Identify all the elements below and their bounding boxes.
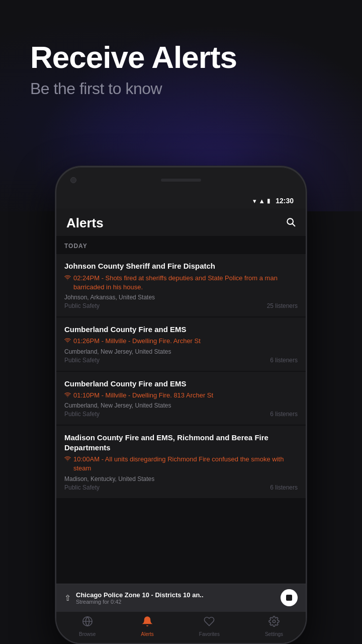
alert-listeners: 6 listeners: [270, 357, 298, 364]
phone-frame: ▾ ▲ ▮ 12:30 Alerts TODAY Johnson Count: [55, 166, 307, 644]
stop-button[interactable]: [281, 589, 298, 606]
app-screen: Alerts TODAY Johnson County Sheriff and …: [56, 208, 306, 643]
alert-station-name: Madison County Fire and EMS, Richmond an…: [64, 433, 298, 452]
alerts-container: Johnson County Sheriff and Fire Dispatch…: [56, 254, 306, 498]
status-icons: ▾ ▲ ▮: [253, 197, 270, 205]
alert-meta: Public Safety 6 listeners: [64, 484, 298, 491]
hero-subtitle: Be the first to know: [30, 79, 332, 98]
now-playing-bar[interactable]: ⇧ Chicago Police Zone 10 - Districts 10 …: [56, 584, 306, 611]
alert-station-name: Cumberland County Fire and EMS: [64, 325, 298, 335]
alert-message-row: 10:00AM - All units disregarding Richmon…: [64, 455, 298, 473]
nav-item-settings[interactable]: Settings: [265, 616, 283, 637]
alert-listeners: 25 listeners: [267, 302, 298, 309]
alert-listeners: 6 listeners: [270, 411, 298, 418]
alert-location: Cumberland, New Jersey, United States: [64, 402, 298, 409]
stop-icon: [286, 595, 292, 601]
alert-listeners: 6 listeners: [270, 484, 298, 491]
alert-item-2[interactable]: Cumberland County Fire and EMS 01:26PM -…: [56, 317, 306, 371]
alert-meta: Public Safety 6 listeners: [64, 357, 298, 364]
time-display: 12:30: [276, 197, 294, 205]
hero-title: Receive Alerts: [30, 40, 332, 74]
nav-item-favorites[interactable]: Favorites: [199, 616, 220, 637]
alert-item-4[interactable]: Madison County Fire and EMS, Richmond an…: [56, 426, 306, 498]
now-playing-title: Chicago Police Zone 10 - Districts 10 an…: [76, 591, 276, 599]
app-header: Alerts: [56, 208, 306, 236]
wifi-icon-small: [64, 455, 71, 463]
alert-message-text: 01:26PM - Millville - Dwelling Fire. Arc…: [73, 337, 201, 346]
status-bar: ▾ ▲ ▮ 12:30: [56, 193, 306, 208]
wifi-icon-small: [64, 391, 71, 399]
settings-icon: [268, 616, 280, 630]
now-playing-subtitle: Streaming for 0:42: [76, 599, 276, 605]
phone-camera: [70, 177, 76, 183]
wifi-icon-small: [64, 337, 71, 345]
alert-message-text: 02:24PM - Shots fired at sheriffs deputi…: [73, 274, 298, 292]
alert-category: Public Safety: [64, 302, 100, 309]
alert-message-row: 01:26PM - Millville - Dwelling Fire. Arc…: [64, 337, 298, 346]
alert-location: Johnson, Arkansas, United States: [64, 294, 298, 301]
favorites-label: Favorites: [199, 631, 220, 637]
alert-station-name: Cumberland County Fire and EMS: [64, 379, 298, 389]
alert-location: Madison, Kentucky, United States: [64, 475, 298, 482]
signal-icon: ▲: [258, 197, 265, 205]
app-title: Alerts: [66, 215, 104, 231]
alert-item-1[interactable]: Johnson County Sheriff and Fire Dispatch…: [56, 254, 306, 316]
nav-item-browse[interactable]: Browse: [79, 616, 96, 637]
alert-message-row: 02:24PM - Shots fired at sheriffs deputi…: [64, 274, 298, 292]
alert-meta: Public Safety 6 listeners: [64, 411, 298, 418]
search-button[interactable]: [286, 217, 296, 229]
alert-message-text: 01:10PM - Millville - Dwelling Fire. 813…: [73, 391, 213, 400]
wifi-icon-small: [64, 274, 71, 282]
alert-category: Public Safety: [64, 357, 100, 364]
svg-point-4: [273, 620, 276, 623]
alerts-list: TODAY Johnson County Sheriff and Fire Di…: [56, 236, 306, 584]
settings-label: Settings: [265, 631, 283, 637]
bottom-navigation: Browse Alerts Favorites: [56, 611, 306, 643]
alert-category: Public Safety: [64, 411, 100, 418]
section-header-today: TODAY: [56, 236, 306, 254]
battery-icon: ▮: [267, 197, 270, 204]
now-playing-info: Chicago Police Zone 10 - Districts 10 an…: [76, 591, 276, 605]
alert-location: Cumberland, New Jersey, United States: [64, 348, 298, 355]
phone-top-bar: [56, 167, 306, 193]
wifi-status-icon: ▾: [253, 197, 256, 205]
alert-item-3[interactable]: Cumberland County Fire and EMS 01:10PM -…: [56, 372, 306, 425]
nav-item-alerts[interactable]: Alerts: [141, 616, 154, 637]
section-label-today: TODAY: [64, 243, 87, 250]
browse-icon: [82, 616, 93, 630]
alerts-label: Alerts: [141, 631, 154, 637]
phone-speaker: [161, 179, 201, 182]
phone-side-button-right: [306, 237, 307, 268]
svg-line-1: [293, 224, 295, 226]
alert-category: Public Safety: [64, 484, 100, 491]
alert-meta: Public Safety 25 listeners: [64, 302, 298, 309]
alert-station-name: Johnson County Sheriff and Fire Dispatch: [64, 261, 298, 271]
alert-message-row: 01:10PM - Millville - Dwelling Fire. 813…: [64, 391, 298, 400]
alerts-icon: [142, 616, 153, 630]
chevron-up-icon[interactable]: ⇧: [64, 593, 71, 603]
alert-message-text: 10:00AM - All units disregarding Richmon…: [73, 455, 298, 473]
hero-section: Receive Alerts Be the first to know: [30, 40, 332, 98]
favorites-icon: [204, 616, 215, 630]
browse-label: Browse: [79, 631, 96, 637]
